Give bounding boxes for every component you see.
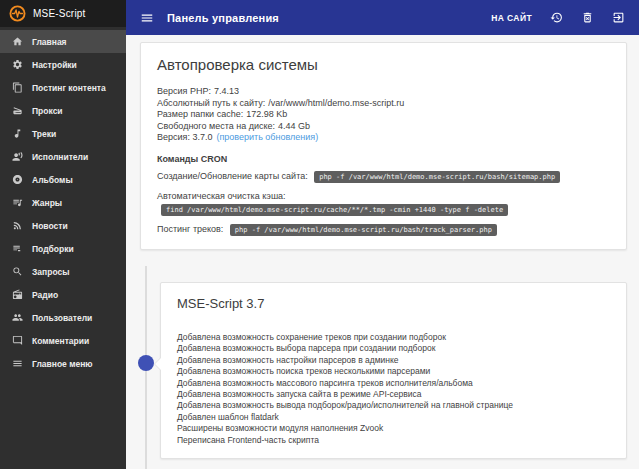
home-icon [12, 36, 23, 47]
sidebar-item-label: Радио [32, 290, 58, 300]
history-icon[interactable] [550, 11, 563, 24]
scanner-icon [12, 105, 23, 116]
changelog-item: Добавлена возможность настройки парсеров… [177, 355, 610, 366]
sidebar-item-genres[interactable]: Жанры [0, 191, 126, 214]
page-title: Панель управления [167, 12, 279, 24]
sidebar-item-label: Прокси [32, 106, 63, 116]
clear-cache-trash-icon[interactable] [581, 11, 594, 24]
changelog-item: Добавлена возможность поиска треков неск… [177, 366, 610, 377]
changelog-item: Добавлена возможность массового парсинга… [177, 378, 610, 389]
system-check-title: Автопроверка системы [141, 43, 626, 73]
mse-logo-icon [9, 5, 26, 22]
sidebar-item-label: Треки [32, 129, 56, 139]
site-path-row: Абсолютный путь к сайту:/var/www/html/de… [157, 98, 610, 110]
sidebar: MSE-Script Главная Настройки Постинг кон… [0, 0, 126, 469]
cron-cache-clean-row: Автоматическая очистка кэша: find /var/w… [141, 190, 626, 217]
people-icon [12, 312, 23, 323]
cron-track-posting-row: Постинг треков: php -f /var/www/html/dem… [141, 223, 626, 237]
sidebar-item-comments[interactable]: Комментарии [0, 329, 126, 352]
system-info: Версия PHP:7.4.13 Абсолютный путь к сайт… [141, 73, 626, 144]
rss-icon [12, 220, 23, 231]
changelog-timeline: MSE-Script 3.7 Добавлена возможность сох… [126, 250, 639, 469]
cache-clean-cron-code: find /var/www/html/demo.mse-script.ru/ca… [161, 204, 508, 216]
hamburger-menu-icon[interactable] [140, 11, 154, 25]
main-content: Автопроверка системы Версия PHP:7.4.13 А… [126, 35, 639, 469]
sidebar-item-label: Жанры [32, 198, 62, 208]
sidebar-item-label: Главная [32, 37, 67, 47]
sidebar-item-label: Подборки [32, 244, 74, 254]
sidebar-item-label: Запросы [32, 267, 69, 277]
changelog-item: Добавлена возможность запуска сайта в ре… [177, 389, 610, 400]
changelog-item: Добавлена возможность вывода подборок/ра… [177, 400, 610, 411]
sidebar-item-tracks[interactable]: Треки [0, 122, 126, 145]
sidebar-item-label: Комментарии [32, 336, 89, 346]
timeline-dot [138, 355, 154, 371]
comment-icon [12, 335, 23, 346]
sidebar-item-label: Пользователи [32, 313, 92, 323]
gear-icon [12, 59, 23, 70]
sidebar-menu: Главная Настройки Постинг контента Прокс… [0, 27, 126, 375]
search-icon [12, 266, 23, 277]
changelog-items: Добавлена возможность сохранение треков … [161, 311, 626, 446]
album-icon [12, 174, 23, 185]
sidebar-item-requests[interactable]: Запросы [0, 260, 126, 283]
cron-commands-title: Команды CRON [141, 144, 626, 164]
track-parser-cron-code: php -f /var/www/html/demo.mse-script.ru/… [230, 224, 497, 236]
changelog-version-title: MSE-Script 3.7 [161, 283, 626, 311]
sidebar-item-label: Альбомы [32, 175, 73, 185]
sidebar-item-albums[interactable]: Альбомы [0, 168, 126, 191]
changelog-item: Расширены возможности модуля наполнения … [177, 423, 610, 434]
playlist-icon [12, 243, 23, 254]
sitemap-cron-code: php -f /var/www/html/demo.mse-script.ru/… [314, 171, 560, 183]
to-site-link[interactable]: НА САЙТ [491, 13, 532, 23]
changelog-item: Добавлена возможность выбора парсера при… [177, 343, 610, 354]
sidebar-item-label: Новости [32, 221, 68, 231]
system-check-card: Автопроверка системы Версия PHP:7.4.13 А… [140, 42, 627, 250]
sidebar-item-label: Постинг контента [32, 83, 106, 93]
sidebar-item-proxy[interactable]: Прокси [0, 99, 126, 122]
sidebar-item-collections[interactable]: Подборки [0, 237, 126, 260]
queue-music-icon [12, 197, 23, 208]
sidebar-item-radio[interactable]: Радио [0, 283, 126, 306]
sidebar-item-news[interactable]: Новости [0, 214, 126, 237]
changelog-item: Переписана Frontend-часть скрипта [177, 435, 610, 446]
php-version-row: Версия PHP:7.4.13 [157, 86, 610, 98]
cache-size-row: Размер папки cache:172.98 Kb [157, 109, 610, 121]
sidebar-item-settings[interactable]: Настройки [0, 53, 126, 76]
sidebar-item-main-menu[interactable]: Главное меню [0, 352, 126, 375]
changelog-item: Добавлена возможность сохранение треков … [177, 332, 610, 343]
check-updates-link[interactable]: (проверить обновления) [216, 132, 318, 142]
radio-icon [12, 289, 23, 300]
logout-icon[interactable] [612, 11, 625, 24]
cron-sitemap-row: Создание/Обновление карты сайта: php -f … [141, 170, 626, 184]
changelog-card-3-7: MSE-Script 3.7 Добавлена возможность сох… [160, 282, 627, 459]
sidebar-item-home[interactable]: Главная [0, 30, 126, 53]
script-version-row: Версия: 3.7.0(проверить обновления) [157, 132, 610, 144]
copy-pages-icon [12, 82, 23, 93]
voice-over-icon [12, 151, 23, 162]
sidebar-item-label: Настройки [32, 60, 77, 70]
sidebar-item-users[interactable]: Пользователи [0, 306, 126, 329]
topbar-actions: НА САЙТ [491, 11, 639, 24]
card-notch [155, 358, 161, 370]
music-note-icon [12, 128, 23, 139]
sidebar-item-label: Исполнители [32, 152, 88, 162]
logo: MSE-Script [0, 0, 126, 27]
sidebar-item-artists[interactable]: Исполнители [0, 145, 126, 168]
menu-lines-icon [12, 358, 23, 369]
logo-text: MSE-Script [33, 8, 86, 19]
changelog-item: Добавлен шаблон flatdark [177, 412, 610, 423]
sidebar-item-label: Главное меню [32, 359, 93, 369]
disk-free-row: Свободного места на диске:4.44 Gb [157, 121, 610, 133]
topbar: Панель управления НА САЙТ [126, 0, 639, 35]
sidebar-item-content-posting[interactable]: Постинг контента [0, 76, 126, 99]
